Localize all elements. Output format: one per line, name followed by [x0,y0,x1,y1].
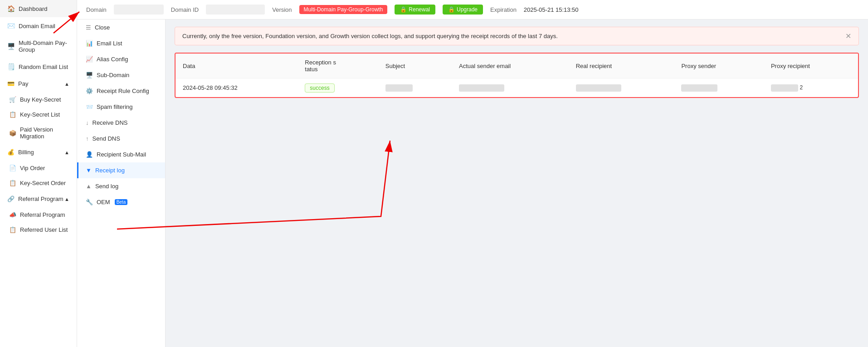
sidebar-item-dashboard[interactable]: 🏠 Dashboard [0,0,77,17]
sub-sidebar-item-close[interactable]: ☰ Close [77,20,165,35]
cell-proxy-recipient: 2 [764,78,858,97]
sub-sidebar-label: OEM [97,199,110,205]
sidebar-item-vip-order[interactable]: 📄 Vip Order [0,161,77,176]
sidebar-group-pay[interactable]: 💳 Pay ▲ [0,75,77,92]
sidebar-item-referred-users[interactable]: 📋 Referred User List [0,222,77,237]
sidebar-sub-label: Key-Secret Order [20,180,66,186]
expiration-label: Expiration [490,6,517,13]
pay-icon: 💳 [7,80,15,87]
billing-icon: 💰 [7,149,15,156]
dashboard-icon: 🏠 [7,5,15,12]
cell-proxy-sender [674,78,763,97]
sub-sidebar-item-receipt-rule[interactable]: ⚙️ Receipt Rule Config [77,83,165,99]
sidebar-item-buy-key-secret[interactable]: 🛒 Buy Key-Secret [0,92,77,107]
sub-sidebar-label: Spam filtering [97,103,132,110]
sidebar-sub-label: Paid Version Migration [20,126,69,140]
sub-sidebar-item-sub-domain[interactable]: 🖥️ Sub-Domain [77,67,165,83]
receipt-log-table: Data Reception status Subject Actual sen… [176,54,858,97]
actual-sender-blurred [459,84,504,92]
chevron-up-icon: ▲ [64,150,69,155]
sidebar-item-label: Random Email List [19,64,68,70]
col-header-subject: Subject [378,54,452,78]
renewal-button[interactable]: 🔒 Renewal [395,5,435,15]
proxy-sender-blurred [681,84,717,92]
col-header-proxy-sender: Proxy sender [674,54,763,78]
proxy-recipient-blurred [771,84,798,92]
status-badge: success [305,83,334,93]
sidebar-item-label: Domain Email [19,23,55,29]
sub-sidebar-item-recipient-sub[interactable]: 👤 Recipient Sub-Mail [77,147,165,162]
sub-sidebar-label: Alias Config [97,56,128,63]
sub-sidebar: ☰ Close 📊 Email List 📈 Alias Config 🖥️ S… [77,20,166,347]
sub-sidebar-label: Receipt log [95,167,125,174]
main-content: Domain Domain ID Version Multi-Domain Pa… [77,0,868,347]
send-log-icon: ▲ [86,183,92,190]
sub-sidebar-item-send-dns[interactable]: ↑ Send DNS [77,131,165,147]
sidebar-item-paid-migration[interactable]: 📦 Paid Version Migration [0,122,77,144]
upgrade-button[interactable]: 🔒 Upgrade [443,5,483,15]
col-header-proxy-recipient: Proxy recipient [764,54,858,78]
sidebar-item-label: Dashboard [19,5,48,12]
chevron-up-icon: ▲ [64,81,69,87]
col-header-actual-sender: Actual sender email [452,54,569,78]
sidebar-item-key-secret-list[interactable]: 📋 Key-Secret List [0,107,77,122]
sidebar-group-label: Referral Program [18,195,63,202]
sidebar-item-multi-domain[interactable]: 🖥️ Multi-Domain Pay-Group [0,34,77,58]
sidebar-sub-label: Buy Key-Secret [20,96,61,103]
sub-sidebar-item-email-list[interactable]: 📊 Email List [77,35,165,51]
vip-order-icon: 📄 [9,165,16,171]
chevron-up-icon: ▲ [64,196,69,202]
content-area: ☰ Close 📊 Email List 📈 Alias Config 🖥️ S… [77,20,868,347]
expiration-value: 2025-05-21 15:13:50 [524,6,579,13]
sub-sidebar-item-send-log[interactable]: ▲ Send log [77,178,165,194]
referred-users-icon: 📋 [9,226,16,233]
sub-sidebar-label: Close [95,24,110,31]
col-header-data: Data [176,54,297,78]
random-email-icon: 🗒️ [7,63,15,70]
alert-close-button[interactable]: ✕ [845,32,851,40]
sub-sidebar-item-receipt-log[interactable]: ▼ Receipt log [77,162,165,178]
sidebar-item-random-email[interactable]: 🗒️ Random Email List [0,58,77,75]
sidebar-sub-label: Vip Order [20,165,45,171]
receipt-rule-icon: ⚙️ [86,88,93,94]
col-header-reception-status: Reception status [297,54,378,78]
lock-icon-upgrade: 🔒 [448,6,455,13]
referral-icon: 📣 [9,211,16,218]
sidebar-group-label: Pay [18,80,28,87]
sidebar-group-referral[interactable]: 🔗 Referral Program ▲ [0,191,77,207]
sub-sidebar-item-oem[interactable]: 🔧 OEM Beta [77,194,165,210]
sub-sidebar-item-spam[interactable]: 📨 Spam filtering [77,99,165,115]
sub-sidebar-label: Email List [97,40,122,47]
sub-sidebar-item-receive-dns[interactable]: ↓ Receive DNS [77,115,165,131]
oem-icon: 🔧 [86,199,93,205]
buy-key-icon: 🛒 [9,96,16,103]
version-badge: Multi-Domain Pay-Group-Growth [299,5,388,14]
alert-message: Currently, only the free version, Founda… [182,33,558,39]
sidebar-group-label: Billing [18,149,34,156]
sub-sidebar-label: Recipient Sub-Mail [97,151,146,158]
sidebar-group-billing[interactable]: 💰 Billing ▲ [0,144,77,161]
cell-subject [378,78,452,97]
key-list-icon: 📋 [9,111,16,118]
domain-id-label: Domain ID [171,6,199,13]
beta-badge: Beta [115,199,128,205]
cell-actual-sender [452,78,569,97]
page-content: Currently, only the free version, Founda… [166,20,868,347]
sidebar-item-domain-email[interactable]: ✉️ Domain Email [0,17,77,34]
sub-sidebar-label: Receive DNS [93,119,128,126]
receive-dns-icon: ↓ [86,119,89,126]
sub-sidebar-label: Send log [95,183,118,190]
sub-sidebar-label: Sub-Domain [97,72,129,78]
sub-sidebar-label: Send DNS [93,135,120,142]
email-list-icon: 📊 [86,40,93,47]
cell-data: 2024-05-28 09:45:32 [176,78,297,97]
proxy-recipient-num: 2 [800,84,803,91]
alias-config-icon: 📈 [86,56,93,63]
domain-value [114,5,164,15]
sidebar-item-referral-program[interactable]: 📣 Referral Program [0,207,77,222]
cell-real-recipient [569,78,674,97]
sidebar-sub-label: Key-Secret List [20,111,60,118]
sub-sidebar-item-alias-config[interactable]: 📈 Alias Config [77,51,165,67]
domain-email-icon: ✉️ [7,22,15,29]
sidebar-item-key-secret-order[interactable]: 📋 Key-Secret Order [0,176,77,191]
